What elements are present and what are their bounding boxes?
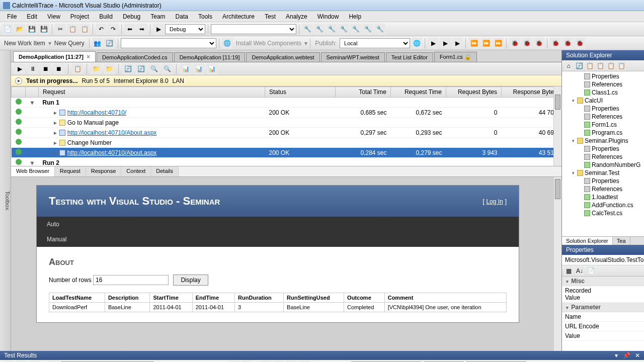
properties-target[interactable]: Microsoft.VisualStudio.TestTo — [562, 255, 644, 265]
team-icon[interactable]: 👥 — [92, 38, 103, 49]
tree-node[interactable]: Program.cs — [562, 129, 644, 137]
se-btn3[interactable]: 📋 — [585, 61, 594, 70]
props-cat-btn[interactable]: ▦ — [564, 266, 573, 276]
menu-debug[interactable]: Debug — [118, 12, 145, 22]
install-web-button[interactable]: Install Web Components — [234, 40, 304, 47]
tree-node[interactable]: References — [562, 80, 644, 88]
grid-scrollbar[interactable] — [553, 86, 561, 166]
publish-target-combo[interactable]: Local — [340, 38, 410, 48]
nav-back-button[interactable]: ⬅ — [124, 24, 135, 35]
find-combo[interactable] — [211, 24, 296, 34]
menu-architecture[interactable]: Architecture — [217, 12, 260, 22]
tree-node[interactable]: References — [562, 185, 644, 193]
menu-file[interactable]: File — [2, 12, 22, 22]
se-btn1[interactable]: ⌂ — [564, 61, 573, 70]
cut-button[interactable]: ✂ — [55, 24, 66, 35]
test-btn1[interactable]: ▶ — [428, 38, 439, 49]
refresh-icon[interactable]: 🔄 — [104, 38, 115, 49]
save-all-button[interactable]: 💾 — [38, 24, 49, 35]
mt-btn7[interactable]: 📁 — [104, 63, 115, 74]
test-btn9[interactable]: 🐞 — [533, 38, 544, 49]
globe-icon[interactable]: 🌐 — [222, 38, 233, 49]
test-btn8[interactable]: 🐞 — [521, 38, 532, 49]
login-link[interactable]: Log In — [486, 198, 503, 205]
props-pages-btn[interactable]: 📄 — [586, 266, 595, 276]
tree-node[interactable]: ▾CalcUI — [562, 97, 644, 105]
tb-misc1[interactable]: 🔧 — [302, 24, 313, 35]
se-tab[interactable]: Tea — [613, 237, 630, 245]
new-query-button[interactable]: New Query — [52, 40, 87, 47]
test-btn5[interactable]: ⏩ — [480, 38, 492, 49]
se-tab[interactable]: Solution Explorer — [562, 237, 613, 245]
mt-btn5[interactable]: 📋 — [72, 63, 83, 74]
tb-misc2[interactable]: 🔧 — [314, 24, 325, 35]
mt-btn14[interactable]: 📊 — [206, 63, 217, 74]
doc-tab[interactable]: SeminarWPT.webtest — [321, 52, 385, 62]
mt-btn10[interactable]: 🔍 — [148, 63, 159, 74]
menu-analyze[interactable]: Analyze — [281, 12, 312, 22]
mt-btn11[interactable]: 🔍 — [162, 63, 173, 74]
doc-tab[interactable]: Test List Editor — [386, 52, 433, 62]
copy-button[interactable]: 📋 — [67, 24, 78, 35]
tree-node[interactable]: Properties — [562, 177, 644, 185]
test-btn2[interactable]: ▶ — [440, 38, 451, 49]
mt-btn4[interactable]: ⏹ — [53, 63, 64, 74]
test-btn3[interactable]: ▶ — [452, 38, 463, 49]
tree-node[interactable]: AddFunction.cs — [562, 201, 644, 209]
detail-tab-response[interactable]: Response — [86, 166, 122, 176]
menu-help[interactable]: Help — [344, 12, 366, 22]
menu-team[interactable]: Team — [145, 12, 170, 22]
menu-edit[interactable]: Edit — [22, 12, 42, 22]
save-button[interactable]: 💾 — [26, 24, 37, 35]
nav-manual[interactable]: Manual — [37, 232, 519, 247]
se-btn2[interactable]: 🔄 — [575, 61, 584, 70]
detail-tab-details[interactable]: Details — [151, 166, 179, 176]
detail-tab-request[interactable]: Request — [55, 166, 86, 176]
start-button[interactable]: ▶ — [153, 24, 164, 35]
tree-node[interactable]: CalcTest.cs — [562, 209, 644, 217]
test-btn6[interactable]: ⏩ — [493, 38, 504, 49]
mt-btn3[interactable]: ⏹ — [40, 63, 51, 74]
tree-node[interactable]: References — [562, 153, 644, 161]
doc-tab[interactable]: DemoApplication [11:19] — [174, 52, 246, 62]
tree-node[interactable]: Properties — [562, 145, 644, 153]
test-btn12[interactable]: 🐞 — [574, 38, 585, 49]
new-work-item-button[interactable]: New Work Item — [2, 40, 47, 47]
publish-button[interactable]: 🌐 — [411, 38, 422, 49]
open-button[interactable]: 📂 — [14, 24, 25, 35]
tree-node[interactable]: References — [562, 113, 644, 121]
tab-close-icon[interactable]: × — [87, 53, 90, 60]
mt-btn13[interactable]: 📊 — [193, 63, 204, 74]
doc-tab[interactable]: Form1.cs 🔒 — [434, 52, 477, 62]
se-btn6[interactable]: 📋 — [617, 61, 626, 70]
new-file-button[interactable]: 📄 — [2, 24, 13, 35]
tree-node[interactable]: Class1.cs — [562, 88, 644, 97]
mt-btn6[interactable]: 📁 — [91, 63, 102, 74]
tb-misc3[interactable]: 🔧 — [326, 24, 337, 35]
test-btn10[interactable]: 🐞 — [550, 38, 561, 49]
rows-input[interactable] — [93, 275, 169, 285]
toolbox-tab[interactable]: Toolbox — [0, 50, 11, 351]
tb-misc6[interactable]: 🔧 — [362, 24, 373, 35]
menu-tools[interactable]: Tools — [193, 12, 217, 22]
menu-view[interactable]: View — [42, 12, 65, 22]
tree-node[interactable]: Properties — [562, 105, 644, 113]
menu-test[interactable]: Test — [260, 12, 281, 22]
doc-tab[interactable]: DemoApplication [11:27]× — [13, 51, 96, 62]
tree-node[interactable]: 1.loadtest — [562, 193, 644, 201]
test-btn7[interactable]: 🐞 — [509, 38, 520, 49]
menu-build[interactable]: Build — [94, 12, 118, 22]
tree-node[interactable]: Properties — [562, 72, 644, 80]
tb-misc7[interactable]: 🔧 — [374, 24, 385, 35]
se-btn5[interactable]: 📋 — [606, 61, 615, 70]
tree-node[interactable]: ▾Seminar.Test — [562, 169, 644, 177]
se-btn4[interactable]: 📋 — [596, 61, 605, 70]
mt-btn1[interactable]: ▶ — [14, 63, 25, 74]
display-button[interactable]: Display — [173, 275, 208, 286]
tr-pin-icon[interactable]: 📌 — [623, 352, 630, 359]
tr-close-icon[interactable]: ✕ — [635, 352, 640, 359]
menu-project[interactable]: Project — [65, 12, 94, 22]
config-combo[interactable]: Debug — [165, 24, 205, 34]
tb-misc5[interactable]: 🔧 — [350, 24, 361, 35]
menu-window[interactable]: Window — [312, 12, 344, 22]
